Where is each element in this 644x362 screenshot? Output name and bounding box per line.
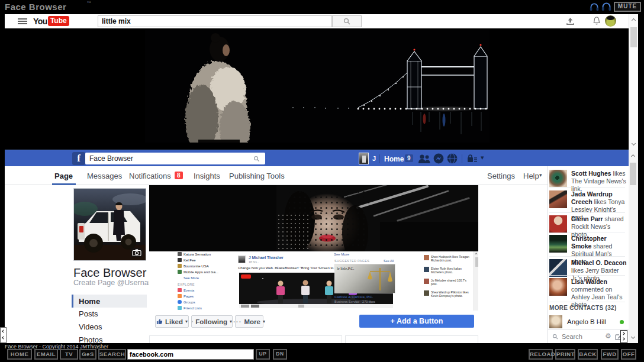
tab-notifications[interactable]: Notifications <box>129 172 171 180</box>
story-thumbnail <box>549 215 567 233</box>
youtube-logo[interactable]: You Tube <box>33 16 69 26</box>
avatar[interactable] <box>605 15 616 27</box>
feed-card-edge-2 <box>345 335 478 343</box>
add-a-button[interactable]: + Add a Button <box>359 315 474 328</box>
dn-button[interactable]: DN <box>273 349 287 360</box>
notifications-bell-icon[interactable] <box>593 17 601 26</box>
youtube-header: You Tube <box>5 14 629 28</box>
embed-see-more-link: See More <box>334 253 349 256</box>
sidebar-item-videos[interactable]: Videos <box>79 322 102 331</box>
reload-button[interactable]: RELOAD <box>529 349 553 360</box>
trademark-symbol: ™ <box>86 1 92 7</box>
more-contacts-header: MORE CONTACTS (32) <box>549 305 617 311</box>
youtube-scrollbar[interactable] <box>629 14 638 150</box>
print-button[interactable]: PRINT <box>555 349 575 360</box>
messenger-icon[interactable] <box>433 153 444 164</box>
more-button[interactable]: ··· More▾ <box>235 315 263 328</box>
search-icon <box>552 334 558 340</box>
sidebar-item-posts[interactable]: Posts <box>79 309 98 318</box>
cover-photo[interactable]: Katura Sensation Kel Fee Bountonite USA … <box>149 185 478 311</box>
facebook-scrollbar[interactable] <box>629 150 638 343</box>
liked-button[interactable]: Liked▾ <box>155 315 189 328</box>
url-input[interactable] <box>127 349 254 360</box>
story-thumbnail <box>549 190 567 208</box>
tv-button[interactable]: TV <box>60 349 78 360</box>
scroll-up-icon[interactable] <box>631 154 635 159</box>
scrollbar-thumb[interactable] <box>630 27 637 47</box>
video-player[interactable] <box>145 30 490 148</box>
tab-messages[interactable]: Messages <box>87 172 122 180</box>
account-menu-caret-icon[interactable]: ▾ <box>481 154 484 161</box>
scroll-corner-right[interactable] <box>620 330 627 343</box>
tab-page[interactable]: Page <box>54 172 73 180</box>
ticker-item[interactable]: Scott Hughes likes The Vintage News's li… <box>549 170 627 193</box>
following-button[interactable]: Following▾ <box>191 315 233 328</box>
contact-avatar <box>549 315 562 328</box>
online-status-dot <box>620 320 624 324</box>
page-admin-tabs: Page Messages Notifications 8 Insights P… <box>5 166 548 185</box>
home-link[interactable]: Home <box>384 155 404 163</box>
profile-thumbnail[interactable] <box>359 153 369 164</box>
following-rss-icon <box>192 318 193 325</box>
embed-see-all-link: See All <box>384 259 394 263</box>
gear-icon[interactable]: ⚙ <box>605 332 611 340</box>
home-button[interactable]: HOME <box>7 349 32 360</box>
facebook-search-input[interactable] <box>85 153 265 164</box>
tab-publishing-tools[interactable]: Publishing Tools <box>229 172 285 180</box>
fwd-button[interactable]: FWD <box>601 349 619 360</box>
off-button[interactable]: OFF <box>621 349 636 360</box>
friend-requests-icon[interactable] <box>417 154 430 163</box>
upload-icon[interactable] <box>566 17 575 25</box>
feed-card-edge <box>149 335 342 343</box>
embed-scrollbar <box>474 251 478 311</box>
scroll-corner-left[interactable] <box>0 327 7 343</box>
settings-link[interactable]: Settings <box>487 172 515 180</box>
contact-row[interactable]: Angelo B Hill <box>549 315 626 328</box>
help-link[interactable]: Help <box>523 172 539 180</box>
sidebar-item-home[interactable]: Home <box>72 295 147 308</box>
search-icon <box>343 18 350 25</box>
ellipsis-icon: ··· <box>233 318 242 325</box>
page-create-hint[interactable]: Create Page @Username <box>73 279 159 287</box>
embed-suggested-header: SUGGESTED PAGES <box>334 259 369 263</box>
chat-search-bar: ⚙ <box>548 329 629 343</box>
scroll-down-icon[interactable] <box>631 335 635 339</box>
scroll-down-icon[interactable] <box>632 141 636 146</box>
page-title: Face Browser <box>73 266 146 280</box>
up-button[interactable]: UP <box>256 349 270 360</box>
back-button[interactable]: BACK <box>578 349 598 360</box>
embed-suggested-card: le lisle,P.C. <box>334 264 395 293</box>
mute-button[interactable]: MUTE <box>614 2 641 12</box>
privacy-shortcuts-lock-icon[interactable] <box>467 154 477 163</box>
profile-picture[interactable] <box>73 188 146 261</box>
app-titlebar: Face Browser ™ MUTE <box>0 0 644 14</box>
story-thumbnail <box>549 259 567 277</box>
app-title: Face Browser <box>5 2 66 12</box>
home-badge: 9 <box>405 154 413 162</box>
embed-post-author: J Michael Thrasher <box>249 256 284 260</box>
facebook-navbar: f J Home 9 ▾ <box>5 150 629 166</box>
embed-post-meta: 18 hrs · <box>249 260 259 264</box>
scrollbar-thumb[interactable] <box>630 163 636 185</box>
youtube-search-button[interactable] <box>332 15 362 27</box>
search-button[interactable]: SEARCH <box>98 349 126 360</box>
story-thumbnail <box>549 170 567 188</box>
cover-embedded-screenshot: Katura Sensation Kel Fee Bountonite USA … <box>149 251 478 311</box>
story-thumbnail <box>549 235 567 253</box>
youtube-search-input[interactable] <box>98 15 332 27</box>
scroll-up-icon[interactable] <box>632 18 636 22</box>
tab-insights[interactable]: Insights <box>194 172 220 180</box>
facebook-logo[interactable]: f <box>72 152 85 165</box>
menu-hamburger-icon[interactable] <box>18 18 27 24</box>
cover-portrait <box>149 185 478 251</box>
ges-button[interactable]: GeS <box>79 349 96 360</box>
help-caret-icon: ▾ <box>539 172 542 178</box>
embed-card-subtitle: Business Service · 270 likes <box>334 300 375 303</box>
camera-icon[interactable] <box>131 248 143 257</box>
chat-search-input[interactable] <box>561 331 602 341</box>
email-button[interactable]: EMAIL <box>34 349 58 360</box>
embed-post-avatar <box>238 256 246 263</box>
profile-name[interactable]: J <box>372 155 376 162</box>
globe-icon[interactable] <box>447 153 458 164</box>
search-icon[interactable] <box>253 156 260 162</box>
